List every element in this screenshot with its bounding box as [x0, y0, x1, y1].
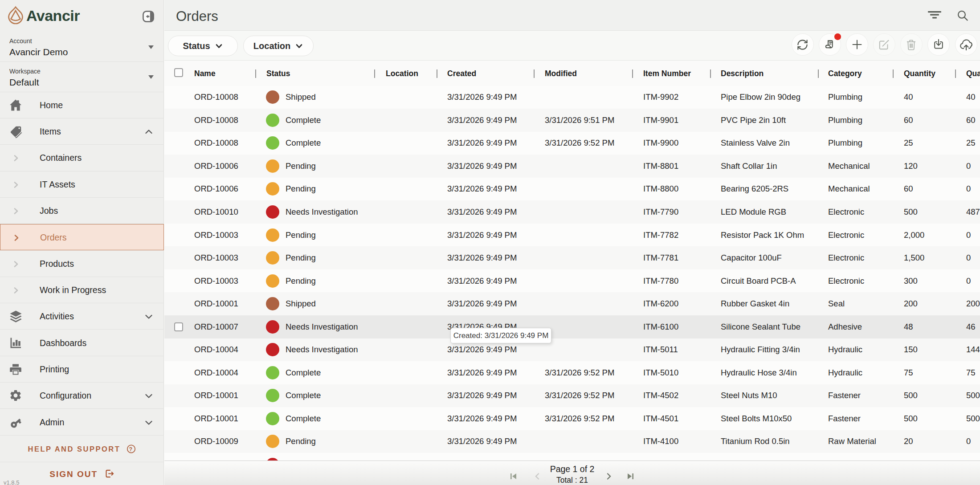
svg-text:?: ?: [129, 446, 134, 452]
